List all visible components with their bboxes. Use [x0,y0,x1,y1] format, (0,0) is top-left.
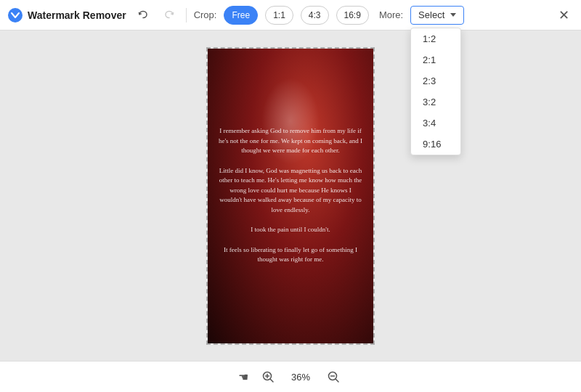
crop-4-3-button[interactable]: 4:3 [301,6,329,25]
zoom-in-button[interactable] [259,367,277,386]
svg-point-0 [8,8,23,23]
select-label: Select [418,9,444,20]
app-title: Watermark Remover [28,9,126,21]
hand-tool-icon: ☚ [238,370,248,384]
dropdown-item-2-3[interactable]: 2:3 [411,70,460,91]
dropdown-item-9-16[interactable]: 9:16 [411,134,460,155]
select-wrapper: Select 1:2 2:1 2:3 3:2 3:4 9:16 [410,6,464,25]
crop-1-1-button[interactable]: 1:1 [265,6,293,25]
svg-line-2 [271,380,274,383]
crop-label: Crop: [194,9,217,20]
image-text-content: I remember asking God to remove him from… [208,49,373,343]
image-paragraph-3: I took the pain until I couldn't. [251,225,330,235]
zoom-out-button[interactable] [324,367,343,386]
bottom-bar: ☚ 36% [0,361,581,392]
image-paragraph-1: I remember asking God to remove him from… [218,126,363,156]
more-label: More: [379,9,403,20]
select-button[interactable]: Select [410,6,464,25]
chevron-down-icon [450,13,456,17]
redo-button[interactable] [160,6,179,25]
svg-line-6 [336,380,339,383]
undo-button[interactable] [134,6,153,25]
close-button[interactable]: ✕ [553,5,574,25]
dropdown-menu: 1:2 2:1 2:3 3:2 3:4 9:16 [410,28,461,155]
dropdown-item-3-2[interactable]: 3:2 [411,91,460,113]
dropdown-item-1-2[interactable]: 1:2 [411,28,460,49]
dropdown-item-3-4[interactable]: 3:4 [411,113,460,134]
app-logo-icon [7,7,23,23]
zoom-level: 36% [288,372,314,383]
app-logo: Watermark Remover [7,7,126,23]
dropdown-item-2-1[interactable]: 2:1 [411,49,460,70]
image-paragraph-4: It feels so liberating to finally let go… [218,245,363,265]
crop-16-9-button[interactable]: 16:9 [336,6,369,25]
image-container: I remember asking God to remove him from… [206,47,375,345]
canvas-area: I remember asking God to remove him from… [0,30,581,361]
divider-1 [186,8,187,23]
toolbar: Watermark Remover Crop: Free 1:1 4:3 16:… [0,0,581,30]
crop-free-button[interactable]: Free [224,6,258,25]
image-display: I remember asking God to remove him from… [206,47,375,345]
image-paragraph-2: Little did I know, God was magnetting us… [218,166,363,216]
